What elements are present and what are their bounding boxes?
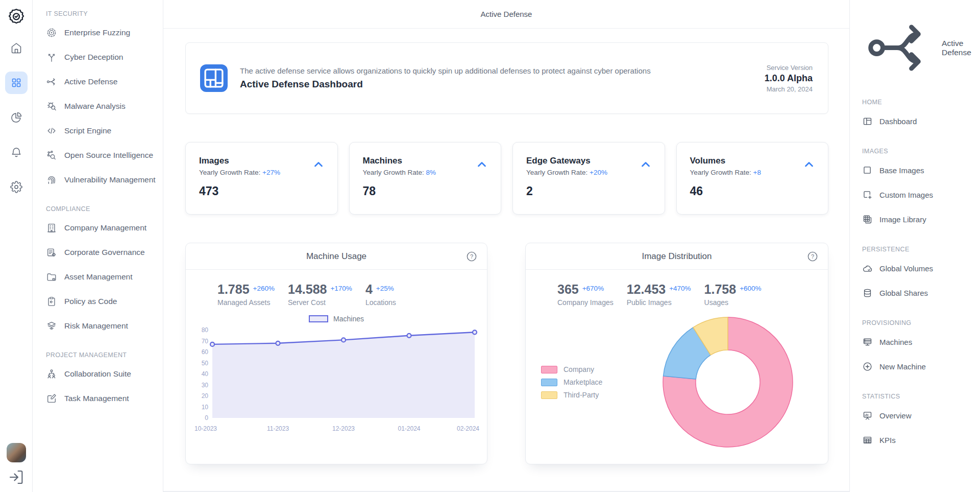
item-label: Base Images — [879, 166, 924, 175]
chevron-up-icon[interactable] — [802, 158, 816, 171]
sidebar-item-task-management[interactable]: Task Management — [46, 386, 158, 411]
machine-usage-title: Machine Usage — [306, 251, 366, 262]
rightbar-item-dashboard[interactable]: Dashboard — [862, 109, 976, 133]
target-icon — [46, 27, 57, 38]
donut-legend: CompanyMarketplaceThird-Party — [541, 365, 602, 399]
sidebar-item-cyber-deception[interactable]: Cyber Deception — [46, 45, 158, 69]
main-area: Active Defense The active defense servic… — [163, 0, 850, 492]
stat-growth: Yearly Growth Rate: +8 — [690, 169, 815, 176]
user-avatar[interactable] — [7, 443, 26, 462]
item-label: Global Shares — [879, 289, 928, 297]
help-icon[interactable]: ? — [465, 250, 478, 263]
sidebar-item-collaboration-suite[interactable]: Collaboration Suite — [46, 362, 158, 386]
rightbar-item-new-machine[interactable]: New Machine — [862, 354, 976, 379]
rail-bottom — [7, 443, 26, 486]
chart-stat-growth: +260% — [253, 285, 275, 292]
stat-growth: Yearly Growth Rate: 8% — [363, 169, 488, 176]
svg-text:10: 10 — [202, 404, 209, 411]
banner-description: The active defense service allows organi… — [240, 66, 765, 75]
legend-item-marketplace[interactable]: Marketplace — [541, 378, 602, 386]
rightbar-item-image-library[interactable]: Image Library — [862, 207, 976, 231]
server-icon — [862, 337, 873, 347]
sidebar-item-open-source-intelligence[interactable]: Open Source Intelligence — [46, 143, 158, 168]
service-version-label: Service Version — [765, 64, 813, 72]
section-title: PROJECT MANAGEMENT — [46, 352, 158, 359]
rightbar-item-global-shares[interactable]: Global Shares — [862, 280, 976, 305]
square-icon — [862, 165, 873, 176]
help-icon[interactable]: ? — [806, 250, 819, 263]
machine-usage-header: Machine Usage ? — [186, 243, 487, 270]
sidebar-item-corporate-governance[interactable]: Corporate Governance — [46, 240, 158, 265]
chevron-up-icon[interactable] — [312, 158, 325, 171]
legend-label: Company — [564, 365, 594, 373]
svg-text:70: 70 — [202, 338, 209, 345]
list-gear-icon — [46, 247, 57, 258]
charts-row: Machine Usage ? 1.785+260%Managed Assets… — [185, 243, 828, 464]
legend-item-third-party[interactable]: Third-Party — [541, 391, 602, 399]
grid-stack-icon — [862, 214, 873, 225]
stat-value: 78 — [363, 184, 488, 198]
chart-stat-growth: +670% — [582, 285, 604, 292]
svg-text:10-2023: 10-2023 — [194, 425, 217, 432]
sidebar-item-asset-management[interactable]: Asset Management — [46, 265, 158, 289]
rightbar-section-statistics: STATISTICSOverviewKPIs — [862, 393, 976, 452]
rightbar-item-base-images[interactable]: Base Images — [862, 158, 976, 182]
sidebar-item-policy-as-code[interactable]: Policy as Code — [46, 289, 158, 314]
rightbar-item-kpis[interactable]: KPIs — [862, 428, 976, 452]
section-title: IMAGES — [862, 148, 976, 155]
chart-stat-label: Company Images — [557, 298, 614, 307]
flow-icon — [46, 76, 57, 87]
section-title: IT SECURITY — [46, 10, 158, 17]
sidebar-item-enterprise-fuzzing[interactable]: Enterprise Fuzzing — [46, 20, 158, 45]
section-title: PERSISTENCE — [862, 246, 976, 253]
stat-card-title: Images — [199, 156, 324, 166]
sidebar-item-active-defense[interactable]: Active Defense — [46, 69, 158, 94]
chevron-up-icon[interactable] — [639, 158, 652, 171]
chart-stat-label: Server Cost — [288, 298, 352, 307]
rail-home-button[interactable] — [5, 37, 28, 59]
rail-nav — [5, 37, 28, 210]
chart-stat-value: 12.453 — [627, 282, 666, 296]
rail-pie-chart-button[interactable] — [5, 106, 28, 129]
chart-stat-label: Locations — [365, 298, 396, 307]
legend-item-company[interactable]: Company — [541, 365, 602, 373]
chart-stat-server-cost: 14.588+170%Server Cost — [288, 282, 352, 307]
chevron-up-icon[interactable] — [475, 158, 488, 171]
left-sidebar: IT SECURITYEnterprise FuzzingCyber Decep… — [33, 0, 163, 492]
rightbar-item-custom-images[interactable]: Custom Images — [862, 182, 976, 207]
rail-bell-button[interactable] — [5, 141, 28, 163]
machines-legend-swatch — [309, 315, 328, 322]
kpi-table-icon — [862, 435, 873, 446]
rail-apps-button[interactable] — [5, 72, 28, 94]
chart-stat-company-images: 365+670%Company Images — [557, 282, 614, 307]
sidebar-item-risk-management[interactable]: Risk Management — [46, 314, 158, 338]
item-label: Script Engine — [64, 126, 111, 135]
machine-usage-chart: 0102030405060708010-202311-202312-202301… — [186, 325, 487, 437]
machines-legend-item[interactable]: Machines — [186, 315, 487, 323]
image-distribution-donut — [660, 315, 795, 450]
chart-stat-value: 4 — [365, 282, 373, 296]
image-distribution-header: Image Distribution ? — [526, 243, 828, 270]
chart-stat-label: Usages — [704, 298, 762, 307]
logout-button[interactable] — [8, 468, 25, 486]
sidebar-item-company-management[interactable]: Company Management — [46, 216, 158, 240]
svg-text:30: 30 — [202, 382, 209, 389]
rail-gear-button[interactable] — [5, 176, 28, 198]
sidebar-item-vulnerability-management[interactable]: Vulnerability Management — [46, 168, 158, 192]
item-label: Collaboration Suite — [64, 369, 131, 379]
right-sidebar-sections: HOMEDashboardIMAGESBase ImagesCustom Ima… — [862, 99, 976, 452]
sidebar-section-it-security: IT SECURITYEnterprise FuzzingCyber Decep… — [46, 10, 158, 192]
rightbar-item-machines[interactable]: Machines — [862, 330, 976, 354]
chart-stat-growth: +470% — [669, 285, 691, 292]
layers-eye-icon — [46, 320, 57, 332]
database-icon — [862, 288, 873, 298]
chart-stat-managed-assets: 1.785+260%Managed Assets — [217, 282, 275, 307]
edit-square-icon — [46, 393, 57, 404]
rightbar-item-global-volumes[interactable]: Global Volumes — [862, 256, 976, 280]
item-label: Vulnerability Management — [64, 175, 156, 184]
rightbar-item-overview[interactable]: Overview — [862, 403, 976, 428]
page-header: Active Defense — [163, 0, 849, 29]
sidebar-item-script-engine[interactable]: Script Engine — [46, 119, 158, 143]
logout-icon — [8, 468, 25, 486]
sidebar-item-malware-analysis[interactable]: Malware Analysis — [46, 94, 158, 119]
